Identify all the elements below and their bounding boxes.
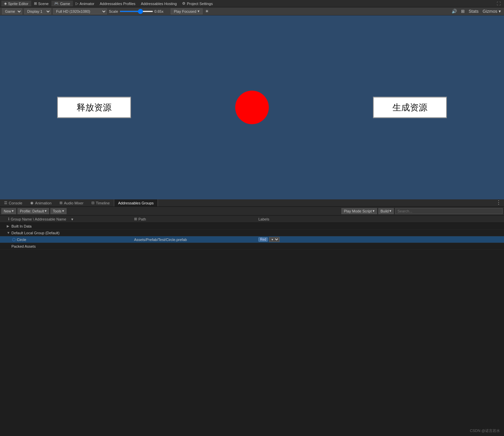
column-header-path: ⊞ Path bbox=[134, 217, 258, 221]
resolution-select[interactable]: Full HD (1920x1080) bbox=[53, 8, 107, 14]
info-icon: ℹ bbox=[8, 217, 9, 221]
table-row[interactable]: Packed Assets bbox=[0, 243, 504, 250]
audio-mute-icon[interactable]: 🔊 bbox=[451, 9, 458, 14]
addressables-toolbar: New ▾ Profile: Default ▾ Tools ▾ Play Mo… bbox=[0, 207, 504, 215]
sun-icon[interactable]: ☀ bbox=[204, 9, 210, 14]
scene-icon: ⊞ bbox=[34, 1, 37, 6]
timeline-icon: ⊟ bbox=[91, 201, 94, 205]
toolbar-right: 🔊 ⊞ Stats Gizmos ▾ bbox=[451, 9, 502, 14]
panel-tabs: ☰ Console ◉ Animation ⊞ Audio Mixer ⊟ Ti… bbox=[0, 199, 504, 207]
tab-timeline[interactable]: ⊟ Timeline bbox=[87, 199, 114, 206]
release-assets-button[interactable]: 释放资源 bbox=[57, 97, 131, 118]
tools-dropdown-icon: ▾ bbox=[62, 209, 64, 213]
expand-icon[interactable]: ▶ bbox=[7, 224, 10, 228]
generate-assets-button[interactable]: 生成资源 bbox=[373, 97, 447, 118]
toolbar-right-actions: Play Mode Script ▾ Build ▾ bbox=[341, 208, 503, 214]
menu-sprite-editor[interactable]: ◈ Sprite Editor bbox=[1, 1, 31, 6]
sprite-editor-icon: ◈ bbox=[4, 1, 7, 6]
table-header: ℹ Group Name \ Addressable Name ▼ ⊞ Path… bbox=[0, 215, 504, 223]
scale-control: Scale 0.65x bbox=[109, 9, 163, 13]
profile-select-button[interactable]: Profile: Default ▾ bbox=[17, 208, 49, 214]
group-name-cell: ⬡ Circle bbox=[1, 237, 134, 242]
stats-button[interactable]: Stats bbox=[468, 9, 480, 14]
labels-cell: Red ▾ bbox=[258, 237, 503, 242]
red-circle bbox=[235, 91, 269, 124]
menu-scene[interactable]: ⊞ Scene bbox=[31, 1, 51, 6]
table-row[interactable]: ▶ Built In Data bbox=[0, 223, 504, 230]
tools-button[interactable]: Tools ▾ bbox=[50, 208, 67, 214]
game-viewport: 释放资源 生成资源 bbox=[0, 15, 504, 199]
play-focused-control: Play Focused ▾ ☀ bbox=[171, 8, 210, 14]
tab-console[interactable]: ☰ Console bbox=[0, 199, 26, 206]
sort-arrow: ▼ bbox=[71, 217, 74, 221]
game-icon: 🎮 bbox=[54, 1, 59, 6]
menu-game[interactable]: 🎮 Game bbox=[51, 1, 73, 6]
scale-label: Scale bbox=[109, 9, 118, 13]
play-focused-button[interactable]: Play Focused ▾ bbox=[171, 8, 203, 14]
build-button[interactable]: Build ▾ bbox=[378, 208, 394, 214]
gizmos-button[interactable]: Gizmos ▾ bbox=[481, 9, 502, 14]
console-icon: ☰ bbox=[4, 201, 7, 205]
table-row[interactable]: ⬡ Circle Assets/Prefab/Test/Circle.prefa… bbox=[0, 236, 504, 243]
menu-bar: ◈ Sprite Editor ⊞ Scene 🎮 Game ▷ Animato… bbox=[0, 0, 504, 7]
new-dropdown-icon: ▾ bbox=[12, 209, 14, 213]
expand-icon[interactable]: ▼ bbox=[7, 231, 10, 235]
label-dropdown[interactable]: ▾ bbox=[269, 237, 280, 242]
tab-animation[interactable]: ◉ Animation bbox=[26, 199, 55, 206]
display-num-select[interactable]: Display 1 bbox=[24, 8, 51, 14]
dropdown-arrow-icon: ▾ bbox=[198, 9, 200, 13]
settings-icon: ⚙ bbox=[182, 1, 185, 6]
group-name-cell: ▼ Default Local Group (Default) bbox=[1, 231, 134, 235]
addressables-search-input[interactable] bbox=[395, 208, 503, 214]
panel-more-options[interactable]: ⋮ bbox=[493, 199, 504, 206]
watermark: CSDN @诺言若水 bbox=[470, 428, 500, 433]
profile-dropdown-icon: ▾ bbox=[45, 209, 47, 213]
path-icon: ⊞ bbox=[134, 217, 137, 221]
scale-value: 0.65x bbox=[155, 9, 164, 13]
path-cell: Assets/Prefab/Test/Circle.prefab bbox=[134, 238, 258, 242]
audio-mixer-icon: ⊞ bbox=[59, 201, 62, 205]
menu-animator[interactable]: ▷ Animator bbox=[73, 1, 97, 6]
column-header-group: ℹ Group Name \ Addressable Name ▼ bbox=[1, 217, 134, 221]
play-mode-script-button[interactable]: Play Mode Script ▾ bbox=[341, 208, 377, 214]
tab-audio-mixer[interactable]: ⊞ Audio Mixer bbox=[55, 199, 87, 206]
window-maximize[interactable]: ⛶ bbox=[497, 1, 503, 6]
table-content: ▶ Built In Data ▼ Default Local Group (D… bbox=[0, 223, 504, 436]
bottom-panel: ☰ Console ◉ Animation ⊞ Audio Mixer ⊟ Ti… bbox=[0, 199, 504, 436]
build-dropdown-icon: ▾ bbox=[389, 209, 391, 213]
new-button[interactable]: New ▾ bbox=[1, 208, 16, 214]
menu-addressables-profiles[interactable]: Addressables Profiles bbox=[97, 1, 138, 6]
gizmos-arrow-icon: ▾ bbox=[499, 9, 501, 14]
group-name-cell: ▶ Built In Data bbox=[1, 224, 134, 228]
display-select[interactable]: Game bbox=[2, 8, 22, 14]
column-header-labels: Labels bbox=[258, 217, 503, 221]
play-mode-dropdown-icon: ▾ bbox=[373, 209, 375, 213]
scale-slider[interactable] bbox=[120, 11, 153, 12]
group-name-cell: Packed Assets bbox=[1, 244, 134, 248]
animator-icon: ▷ bbox=[76, 1, 78, 6]
prefab-cube-icon: ⬡ bbox=[12, 237, 15, 242]
menu-addressables-hosting[interactable]: Addressables Hosting bbox=[138, 1, 179, 6]
menu-project-settings[interactable]: ⚙ Project Settings bbox=[179, 1, 215, 6]
game-toolbar: Game Display 1 Full HD (1920x1080) Scale… bbox=[0, 7, 504, 15]
display-stats-icon[interactable]: ⊞ bbox=[460, 9, 466, 14]
table-row[interactable]: ▼ Default Local Group (Default) bbox=[0, 230, 504, 236]
tab-addressables-groups[interactable]: Addressables Groups bbox=[114, 199, 158, 206]
animation-icon: ◉ bbox=[30, 201, 34, 205]
label-red-tag: Red bbox=[258, 237, 268, 242]
